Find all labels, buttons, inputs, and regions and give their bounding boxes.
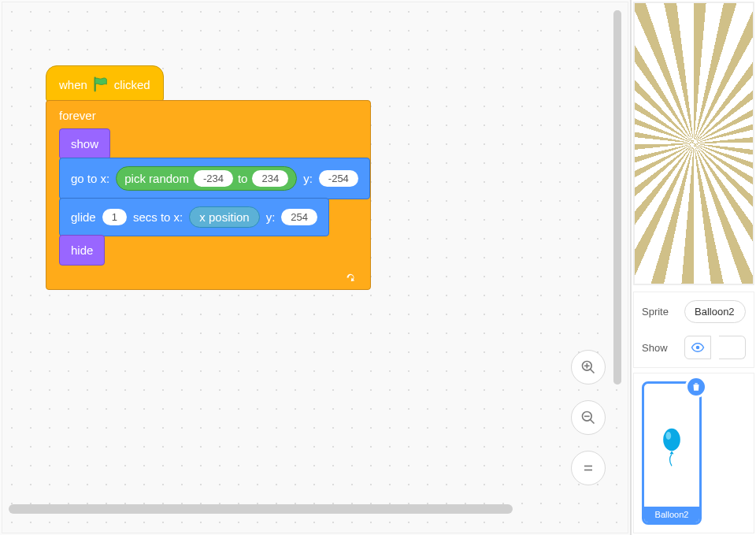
random-to-input[interactable]: 234 [252, 170, 288, 187]
goto-pre: go to x: [71, 172, 109, 185]
trash-icon [691, 381, 702, 392]
code-workspace[interactable]: when clicked forever show go to x: pick … [2, 2, 628, 533]
eye-icon [691, 340, 705, 355]
visibility-show-button[interactable] [684, 336, 711, 359]
glide-pre: glide [71, 210, 96, 224]
sprite-info-panel: Sprite Balloon2 Show [633, 292, 754, 368]
zoom-controls [571, 350, 606, 485]
right-panel: Sprite Balloon2 Show Ballo [630, 0, 756, 535]
x-position-label: x position [199, 210, 249, 224]
v-scroll-thumb[interactable] [613, 10, 621, 385]
sprite-name-input[interactable]: Balloon2 [684, 300, 746, 323]
goto-y-label: y: [303, 172, 313, 185]
random-mid: to [238, 172, 248, 185]
sprite-thumbnail [644, 384, 699, 507]
svg-point-11 [666, 432, 672, 440]
visibility-hide-button[interactable] [719, 336, 746, 359]
glide-y-input[interactable]: 254 [281, 209, 317, 225]
show-block[interactable]: show [59, 128, 110, 159]
balloon-icon [658, 428, 685, 467]
zoom-reset-button[interactable] [571, 451, 606, 485]
block-stack[interactable]: when clicked forever show go to x: pick … [46, 65, 371, 290]
green-flag-icon [92, 76, 109, 93]
zoom-out-button[interactable] [571, 400, 606, 435]
forever-label: forever [59, 109, 96, 122]
when-flag-clicked-block[interactable]: when clicked [46, 65, 164, 102]
glide-y-label: y: [266, 210, 276, 224]
svg-point-9 [696, 346, 700, 350]
hide-block[interactable]: hide [59, 235, 105, 266]
random-pre: pick random [124, 172, 189, 185]
sprite-label: Sprite [642, 306, 676, 318]
forever-body: show go to x: pick random -234 to 234 y:… [59, 130, 370, 266]
v-scroll-track[interactable] [613, 10, 621, 385]
show-label: show [71, 137, 98, 150]
forever-block[interactable]: forever show go to x: pick random -234 t… [46, 100, 371, 290]
glide-mid: secs to x: [133, 210, 183, 224]
random-from-input[interactable]: -234 [194, 170, 233, 187]
svg-point-10 [663, 429, 680, 451]
svg-line-1 [591, 370, 595, 373]
hat-text-pre: when [59, 78, 87, 91]
goto-y-input[interactable]: -254 [319, 170, 358, 187]
glide-secs-input[interactable]: 1 [102, 209, 127, 225]
x-position-reporter[interactable]: x position [189, 206, 259, 228]
forever-loop-footer [46, 266, 370, 289]
svg-line-5 [591, 420, 595, 424]
sprite-caption: Balloon2 [644, 507, 699, 522]
stage-preview[interactable] [633, 2, 754, 285]
glide-block[interactable]: glide 1 secs to x: x position y: 254 [59, 198, 329, 236]
zoom-in-button[interactable] [571, 350, 606, 385]
sprite-tile-balloon2[interactable]: Balloon2 [642, 381, 702, 525]
h-scroll-thumb[interactable] [9, 504, 513, 514]
stage-backdrop-rays [635, 3, 753, 284]
hide-label: hide [71, 243, 93, 257]
pick-random-block[interactable]: pick random -234 to 234 [116, 166, 297, 191]
sprite-list: Balloon2 [633, 373, 754, 533]
show-label: Show [642, 342, 676, 354]
delete-sprite-button[interactable] [685, 376, 707, 398]
hat-text-post: clicked [114, 78, 150, 91]
goto-xy-block[interactable]: go to x: pick random -234 to 234 y: -254 [59, 158, 370, 199]
loop-arrow-icon [343, 269, 358, 286]
